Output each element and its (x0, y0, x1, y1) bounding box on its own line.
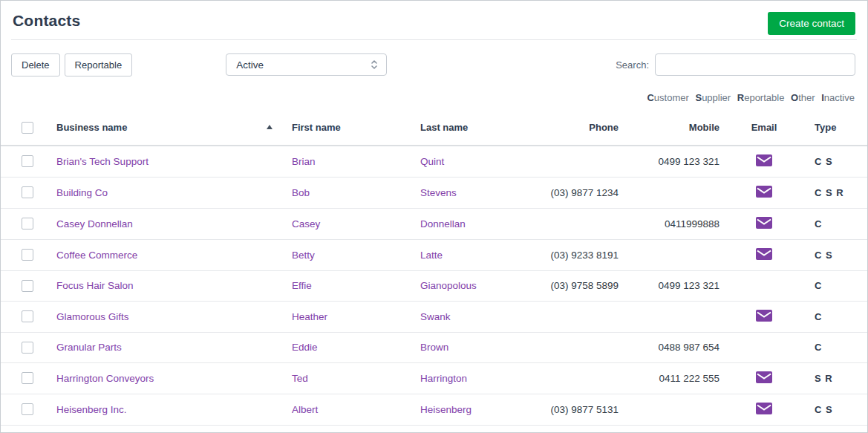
last-name-link[interactable]: Donnellan (420, 218, 466, 229)
type-badge: S R (815, 373, 833, 384)
legend-customer: Customer (647, 92, 688, 103)
last-name-link[interactable]: Harrington (420, 373, 467, 384)
table-row: Heisenberg Inc. Albert Heisenberg (03) 9… (1, 394, 867, 425)
row-checkbox[interactable] (22, 280, 33, 292)
email-envelope-icon[interactable] (756, 154, 772, 169)
select-chevrons-icon (370, 58, 379, 71)
status-filter-value: Active (236, 59, 264, 71)
type-badge: C S R (815, 187, 844, 198)
page-header: Contacts Create contact (1, 1, 867, 39)
phone-value (521, 146, 629, 178)
select-all-checkbox[interactable] (22, 122, 33, 134)
mobile-value (629, 239, 730, 270)
row-checkbox[interactable] (22, 155, 33, 167)
delete-button[interactable]: Delete (11, 53, 60, 76)
last-name-link[interactable]: Quint (420, 156, 444, 167)
last-name-link[interactable]: Swank (420, 311, 451, 322)
business-name-link[interactable]: Coffee Commerce (56, 250, 137, 261)
type-badge: C S (815, 404, 833, 415)
table-row: Glamorous Gifts Heather Swank C (1, 301, 867, 332)
first-name-link[interactable]: Brian (292, 156, 316, 167)
row-checkbox[interactable] (22, 342, 33, 354)
phone-value (521, 332, 629, 362)
last-name-link[interactable]: Gianopolous (420, 280, 477, 291)
last-name-link[interactable]: Brown (420, 342, 448, 353)
create-contact-button[interactable]: Create contact (768, 12, 855, 35)
type-badge: C (815, 311, 822, 322)
business-name-link[interactable]: Granular Parts (56, 342, 122, 353)
email-envelope-icon[interactable] (756, 248, 772, 262)
phone-value (521, 208, 629, 239)
phone-value: (03) 9758 5899 (521, 270, 629, 301)
first-name-link[interactable]: Albert (292, 404, 318, 415)
column-header-business-name[interactable]: Business name (46, 112, 281, 146)
type-badge: C (815, 218, 822, 229)
search-group: Search: (616, 53, 855, 76)
first-name-link[interactable]: Effie (292, 280, 312, 291)
column-header-mobile[interactable]: Mobile (629, 112, 730, 146)
legend-supplier: Supplier (695, 92, 731, 103)
email-envelope-icon[interactable] (756, 371, 772, 385)
row-checkbox[interactable] (22, 186, 33, 198)
column-header-phone[interactable]: Phone (521, 112, 629, 146)
business-name-link[interactable]: Glamorous Gifts (56, 311, 129, 322)
table-row: Granular Parts Eddie Brown 0488 987 654 … (1, 332, 867, 362)
first-name-link[interactable]: Casey (292, 218, 320, 229)
column-header-last-name[interactable]: Last name (410, 112, 521, 146)
phone-value: (03) 9877 1234 (521, 177, 629, 208)
mobile-value: 0488 987 654 (629, 332, 730, 362)
mobile-value (629, 394, 730, 425)
phone-value (521, 301, 629, 332)
row-checkbox[interactable] (22, 310, 33, 322)
first-name-link[interactable]: Eddie (292, 342, 318, 353)
column-header-first-name[interactable]: First name (281, 112, 410, 146)
phone-value: (03) 9877 5131 (521, 394, 629, 425)
business-name-link[interactable]: Focus Hair Salon (56, 280, 134, 291)
row-checkbox[interactable] (22, 218, 33, 229)
type-badge: C S (815, 250, 833, 261)
legend-other: Other (791, 92, 815, 103)
first-name-link[interactable]: Heather (292, 311, 327, 322)
first-name-link[interactable]: Betty (292, 250, 315, 261)
table-row: Coffee Commerce Betty Latte (03) 9233 81… (1, 239, 867, 270)
search-input[interactable] (655, 53, 855, 76)
email-envelope-icon[interactable] (756, 186, 772, 200)
contacts-page: Contacts Create contact Delete Reportabl… (0, 0, 868, 433)
last-name-link[interactable]: Latte (420, 250, 443, 261)
first-name-link[interactable]: Ted (292, 373, 308, 384)
legend-reportable: Reportable (737, 92, 785, 103)
last-name-link[interactable]: Heisenberg (420, 404, 471, 415)
status-filter-select[interactable]: Active (226, 53, 387, 76)
table-row: Casey Donnellan Casey Donnellan 04119998… (1, 208, 867, 239)
type-badge: C S (815, 156, 833, 167)
email-envelope-icon[interactable] (756, 310, 772, 324)
last-name-link[interactable]: Stevens (420, 187, 457, 198)
mobile-value (629, 301, 730, 332)
table-row: Harrington Conveyors Ted Harrington 0411… (1, 362, 867, 394)
email-envelope-icon[interactable] (756, 217, 772, 231)
business-name-link[interactable]: Heisenberg Inc. (56, 404, 127, 415)
column-header-type[interactable]: Type (798, 112, 867, 146)
column-header-email[interactable]: Email (730, 112, 798, 146)
business-name-link[interactable]: Building Co (56, 187, 108, 198)
row-checkbox[interactable] (22, 372, 33, 384)
table-row: Brian's Tech Support Brian Quint 0499 12… (1, 146, 867, 178)
header-divider (11, 39, 857, 40)
row-checkbox[interactable] (22, 249, 33, 261)
contacts-table-body: Brian's Tech Support Brian Quint 0499 12… (1, 146, 867, 426)
business-name-link[interactable]: Harrington Conveyors (56, 373, 154, 384)
contacts-table: Business name First name Last name Phone… (1, 112, 867, 426)
business-name-link[interactable]: Brian's Tech Support (56, 156, 149, 167)
table-row: Building Co Bob Stevens (03) 9877 1234 C… (1, 177, 867, 208)
reportable-button[interactable]: Reportable (65, 53, 133, 76)
type-badge: C (815, 342, 822, 353)
business-name-link[interactable]: Casey Donnellan (56, 218, 133, 229)
first-name-link[interactable]: Bob (292, 187, 310, 198)
row-checkbox[interactable] (22, 403, 33, 415)
type-badge: C (815, 280, 822, 291)
email-envelope-icon[interactable] (756, 403, 772, 417)
table-row: Focus Hair Salon Effie Gianopolous (03) … (1, 270, 867, 301)
mobile-value: 0499 123 321 (629, 270, 730, 301)
search-label: Search: (616, 59, 649, 71)
page-title: Contacts (13, 12, 80, 30)
